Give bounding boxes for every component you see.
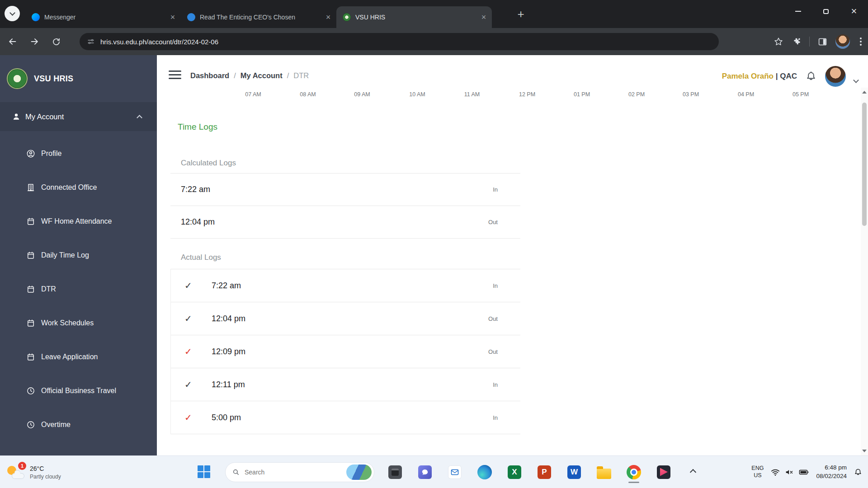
timeline-tick: 09 AM bbox=[354, 91, 370, 98]
log-time: 12:11 pm bbox=[212, 380, 245, 389]
scroll-down-arrow[interactable] bbox=[861, 447, 868, 455]
address-bar[interactable]: hris.vsu.edu.ph/account/dtr/2024-02-06 bbox=[80, 33, 719, 50]
sidebar-item-partial[interactable] bbox=[0, 441, 157, 455]
sidebar-item-daily-time-log[interactable]: Daily Time Log bbox=[0, 238, 157, 272]
browser-tab-messenger[interactable]: Messenger bbox=[25, 6, 181, 28]
log-direction: Out bbox=[488, 348, 498, 355]
sidebar-item-overtime[interactable]: Overtime bbox=[0, 408, 157, 441]
taskbar-search[interactable] bbox=[225, 462, 374, 482]
check-icon bbox=[184, 280, 195, 291]
language-indicator[interactable]: ENG US bbox=[751, 465, 764, 479]
sidebar-item-leave-application[interactable]: Leave Application bbox=[0, 340, 157, 374]
weather-icon: 1 bbox=[6, 463, 25, 481]
word-app-icon[interactable] bbox=[565, 463, 583, 481]
sidebar-item-profile[interactable]: Profile bbox=[0, 136, 157, 170]
cloud-icon bbox=[12, 473, 24, 479]
timeline-tick: 02 PM bbox=[628, 91, 645, 98]
sidebar-item-my-account[interactable]: My Account bbox=[0, 102, 157, 131]
timeline-tick: 04 PM bbox=[738, 91, 754, 98]
url-text[interactable]: hris.vsu.edu.ph/account/dtr/2024-02-06 bbox=[100, 38, 218, 46]
volume-mute-icon bbox=[784, 467, 794, 477]
edge-browser-icon[interactable] bbox=[476, 463, 494, 481]
media-app-icon[interactable] bbox=[655, 463, 673, 481]
page-scrollbar[interactable] bbox=[861, 88, 868, 455]
tab-close-icon[interactable] bbox=[168, 13, 177, 22]
user-avatar[interactable] bbox=[825, 66, 846, 87]
clock-time: 6:48 pm bbox=[825, 464, 847, 472]
scroll-up-arrow[interactable] bbox=[861, 89, 868, 96]
battery-icon bbox=[798, 467, 809, 478]
breadcrumb-separator: / bbox=[234, 71, 236, 80]
clock-icon bbox=[26, 386, 35, 395]
reload-button[interactable] bbox=[48, 33, 64, 50]
browser-menu-icon[interactable] bbox=[858, 36, 863, 47]
tab-close-icon[interactable] bbox=[479, 13, 488, 22]
time-logs-title: Time Logs bbox=[178, 122, 217, 132]
mail-app-icon[interactable] bbox=[446, 463, 464, 481]
excel-app-icon[interactable] bbox=[505, 463, 524, 481]
scrollbar-thumb[interactable] bbox=[862, 103, 867, 226]
sidebar-item-official-business-travel[interactable]: Official Business Travel bbox=[0, 374, 157, 408]
taskbar-clock[interactable]: 6:48 pm 08/02/2024 bbox=[816, 464, 847, 481]
calendar-icon bbox=[26, 251, 35, 260]
wifi-icon bbox=[770, 467, 780, 477]
hamburger-menu-icon[interactable] bbox=[169, 70, 181, 79]
taskbar-weather-widget[interactable]: 1 26°C Partly cloudy bbox=[6, 456, 61, 488]
sidebar-items: Profile Connected Office WF Home Attenda… bbox=[0, 136, 157, 455]
new-tab-button[interactable] bbox=[514, 7, 528, 21]
file-explorer-icon[interactable] bbox=[595, 463, 613, 481]
powerpoint-app-icon[interactable] bbox=[535, 463, 553, 481]
notification-bell-icon[interactable] bbox=[854, 468, 863, 477]
forward-button[interactable] bbox=[26, 33, 42, 50]
log-time: 12:04 pm bbox=[212, 314, 245, 324]
actual-log-row: 12:09 pm Out bbox=[171, 335, 520, 368]
weather-temperature: 26°C bbox=[30, 464, 61, 473]
tab-close-icon[interactable] bbox=[324, 13, 333, 22]
back-button[interactable] bbox=[5, 33, 21, 50]
window-close-button[interactable] bbox=[840, 0, 868, 23]
brand-name: VSU HRIS bbox=[34, 74, 73, 84]
search-highlight-image[interactable] bbox=[346, 465, 372, 480]
messenger-favicon-icon bbox=[32, 13, 40, 21]
sidebar-item-work-schedules[interactable]: Work Schedules bbox=[0, 306, 157, 340]
calendar-icon bbox=[26, 285, 35, 294]
chat-app-icon[interactable] bbox=[416, 463, 434, 481]
browser-profile-avatar[interactable] bbox=[835, 34, 850, 49]
sidebar-item-dtr[interactable]: DTR bbox=[0, 272, 157, 306]
log-time: 12:09 pm bbox=[212, 347, 245, 357]
tray-status-icons[interactable] bbox=[770, 467, 809, 478]
timeline-tick: 08 AM bbox=[300, 91, 316, 98]
back-icon bbox=[8, 37, 18, 47]
article-favicon-icon bbox=[187, 13, 195, 21]
side-panel-icon[interactable] bbox=[818, 37, 827, 47]
site-settings-icon[interactable] bbox=[87, 38, 95, 46]
extensions-puzzle-icon[interactable] bbox=[792, 37, 801, 47]
sidebar: VSU HRIS My Account Profile Connected Of… bbox=[0, 55, 157, 455]
bookmark-star-icon[interactable] bbox=[774, 37, 783, 47]
window-minimize-button[interactable] bbox=[784, 0, 812, 23]
chrome-browser-icon[interactable] bbox=[625, 463, 643, 481]
user-name: Pamela Oraño bbox=[722, 72, 774, 80]
toolbar-divider bbox=[809, 37, 810, 47]
browser-tab-vsu-hris[interactable]: VSU HRIS bbox=[336, 6, 492, 28]
breadcrumb-dtr: DTR bbox=[293, 71, 309, 80]
notifications-bell-icon[interactable] bbox=[805, 70, 817, 82]
breadcrumb-dashboard[interactable]: Dashboard bbox=[190, 71, 229, 80]
sidebar-item-wf-home-attendance[interactable]: WF Home Attendance bbox=[0, 204, 157, 238]
browser-tab-article[interactable]: Read The Enticing CEO's Chosen bbox=[181, 6, 336, 28]
main-content: Dashboard / My Account / DTR Pamela Orañ… bbox=[157, 55, 868, 455]
user-menu-chevron-icon[interactable] bbox=[853, 77, 859, 83]
taskbar-overflow-chevron-icon[interactable] bbox=[690, 469, 696, 475]
calculated-log-row: 7:22 am In bbox=[170, 174, 520, 206]
reload-icon bbox=[52, 37, 61, 47]
log-direction: In bbox=[493, 282, 498, 289]
toolbar-right bbox=[774, 28, 863, 55]
search-input[interactable] bbox=[245, 469, 342, 476]
breadcrumb-my-account[interactable]: My Account bbox=[241, 71, 283, 80]
window-app-icon[interactable] bbox=[386, 463, 404, 481]
tab-search-button[interactable] bbox=[5, 6, 20, 21]
sidebar-item-connected-office[interactable]: Connected Office bbox=[0, 170, 157, 204]
actual-log-row: 12:11 pm In bbox=[171, 368, 520, 401]
window-maximize-button[interactable] bbox=[812, 0, 840, 23]
start-button[interactable] bbox=[195, 463, 213, 481]
